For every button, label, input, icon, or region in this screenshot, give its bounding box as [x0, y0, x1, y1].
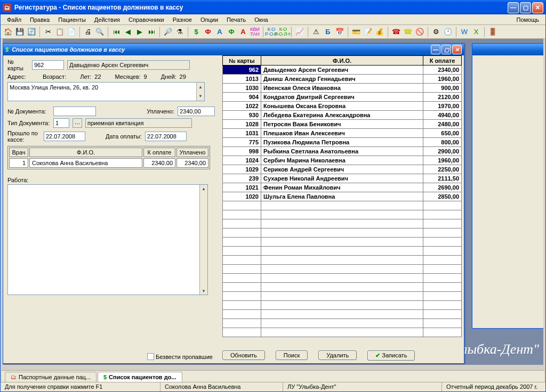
menu-file[interactable]: Файл [3, 15, 26, 24]
paid-input[interactable] [178, 107, 215, 116]
menu-options[interactable]: Опции [196, 15, 222, 24]
tb-filter-icon[interactable]: ⚗ [174, 27, 185, 37]
tb-refresh-icon[interactable]: 🔄 [26, 27, 37, 37]
table-row[interactable]: 1020Шульга Елена Павловна2850,00 [223, 192, 462, 201]
dt-hdr-due[interactable]: К оплате [143, 148, 175, 157]
table-row[interactable]: 904Кондратов Дмитрий Сергеевич2120,00 [223, 93, 462, 102]
tb-clock-icon[interactable]: 🕐 [443, 27, 453, 37]
tb-word-icon[interactable]: W [459, 27, 470, 37]
missing-checkbox[interactable]: Безвести пропавшие [147, 353, 213, 360]
tb-excel-icon[interactable]: X [471, 27, 481, 37]
maximize-button[interactable]: ▢ [520, 2, 531, 13]
table-row[interactable] [223, 319, 462, 328]
child-minimize-button[interactable]: — [431, 45, 440, 54]
tb-form-icon[interactable]: 📝 [363, 27, 373, 37]
table-row[interactable]: 1030Ивенская Олеся Ивановна900,00 [223, 84, 462, 93]
card-no-input[interactable] [32, 60, 64, 70]
child-maximize-button[interactable]: ▢ [441, 45, 451, 54]
tb-last-icon[interactable]: ⏭ [146, 27, 157, 37]
table-row[interactable] [223, 256, 462, 265]
tb-telyel-icon[interactable]: ☎ [403, 27, 413, 37]
work-textarea[interactable]: ▲▼ [7, 184, 208, 295]
table-row[interactable]: 1013Даниш Александр Геннадьевич1960,00 [223, 75, 462, 84]
table-row[interactable]: 1022Конышева Оксана Егоровна1970,00 [223, 102, 462, 111]
table-row[interactable] [223, 201, 462, 210]
tb-first-icon[interactable]: ⏮ [111, 27, 122, 37]
table-row[interactable] [223, 328, 462, 337]
tb-preview-icon[interactable]: 🔍 [94, 27, 105, 37]
tb-cash-icon[interactable]: 💰 [374, 27, 385, 37]
tb-exit-icon[interactable]: 🚪 [487, 27, 498, 37]
table-row[interactable]: 930Лебедева Екатерина Александровна4940,… [223, 111, 462, 120]
close-button[interactable]: ✕ [532, 2, 543, 13]
tab-debtors[interactable]: $ Список пациентов до... [98, 372, 182, 382]
tb-chart-icon[interactable]: 📈 [294, 27, 305, 37]
tb-paste-icon[interactable]: 📄 [66, 27, 77, 37]
tb-gear-icon[interactable]: ⚙ [431, 27, 441, 37]
elapsed-date-input[interactable] [44, 132, 85, 141]
tb-next-icon[interactable]: ▶ [134, 27, 145, 37]
table-row[interactable] [223, 238, 462, 247]
child-close-button[interactable]: ✕ [452, 45, 462, 54]
grid-hdr-fio[interactable]: Ф.И.О. [261, 56, 423, 66]
table-row[interactable]: 962Давыденко Арсен Сергеевич2340,00 [223, 66, 462, 75]
table-row[interactable]: 1 Соколова Анна Васильевна 2340.00 2340,… [9, 158, 208, 168]
child-titlebar[interactable]: $ Список пациентов должников в кассу — ▢… [3, 44, 464, 55]
tb-noentry-icon[interactable]: 🚫 [414, 27, 425, 37]
checkbox-icon[interactable] [147, 353, 154, 360]
table-row[interactable]: 1024Сербич Марина Николаевна1960,00 [223, 156, 462, 165]
tb-cut-icon[interactable]: ✂ [43, 27, 53, 37]
tb-kvitan-icon[interactable]: КВИТАН [250, 27, 260, 37]
table-row[interactable]: 1031Плешаков Иван Алексеевич650,00 [223, 129, 462, 138]
tb-a-icon[interactable]: А [214, 27, 225, 37]
menu-edit[interactable]: Правка [26, 15, 54, 24]
table-row[interactable] [223, 219, 462, 228]
tb-f2-icon[interactable]: Ф [226, 27, 237, 37]
doc-no-input[interactable] [53, 107, 96, 116]
table-row[interactable]: 239Сухарев Николай Андреевич2111,50 [223, 174, 462, 183]
refresh-button[interactable]: Обновить [222, 350, 265, 360]
table-row[interactable] [223, 247, 462, 256]
table-row[interactable] [223, 274, 462, 283]
tab-passport[interactable]: 🗂 Паспортные данные пац... [5, 372, 97, 382]
table-row[interactable]: 1021Фенин Роман Михайлович2690,00 [223, 183, 462, 192]
patients-grid[interactable]: № карты Ф.И.О. К оплате 962Давыденко Арс… [222, 55, 462, 337]
menu-help[interactable]: Помощь [512, 15, 544, 24]
table-row[interactable] [223, 310, 462, 319]
tb-a2-icon[interactable]: А [238, 27, 248, 37]
address-box[interactable]: Москва Улица Ленина, 26, кв. 20 ▲▼ [7, 82, 205, 101]
tb-home-icon[interactable]: 🏠 [3, 27, 13, 37]
table-row[interactable]: 1029Сериков Андрей Сергеевич2250,00 [223, 165, 462, 174]
grid-hdr-card[interactable]: № карты [223, 56, 261, 66]
grid-hdr-due[interactable]: К оплате [423, 56, 462, 66]
save-button[interactable]: Записать [367, 350, 415, 361]
table-row[interactable]: 998Рыбкина Светлана Анатольевна2900,00 [223, 147, 462, 156]
tb-copy-icon[interactable]: 📋 [54, 27, 65, 37]
bg-titlebar[interactable]: — ▢ ✕ [472, 44, 543, 55]
pay-date-input[interactable] [145, 132, 187, 141]
address-scroll[interactable]: ▲▼ [196, 83, 204, 101]
menu-patients[interactable]: Пациенты [54, 15, 90, 24]
tb-card-icon[interactable]: 💳 [351, 27, 362, 37]
tb-dollar-icon[interactable]: $ [191, 27, 202, 37]
tb-warn-icon[interactable]: ⚠ [311, 27, 322, 37]
table-row[interactable] [223, 283, 462, 292]
table-row[interactable] [223, 228, 462, 238]
menu-misc[interactable]: Разное [168, 15, 196, 24]
table-row[interactable]: 1028Петросян Важа Беникович2480,00 [223, 120, 462, 129]
menu-actions[interactable]: Действия [90, 15, 124, 24]
search-button[interactable]: Поиск [276, 350, 308, 360]
main-titlebar[interactable]: 🗂 Регистратура - Список пациентов должни… [1, 1, 545, 14]
dt-hdr-fio[interactable]: Ф.И.О. [29, 148, 142, 157]
tb-cal-icon[interactable]: 📅 [334, 27, 345, 37]
doc-type-input[interactable] [53, 118, 69, 128]
tb-prev-icon[interactable]: ◀ [123, 27, 133, 37]
dt-hdr-paid[interactable]: Уплачено [176, 148, 208, 157]
tb-f-icon[interactable]: Ф [203, 27, 213, 37]
doctor-table[interactable]: Врач Ф.И.О. К оплате Уплачено 1 Соколова… [7, 146, 210, 169]
tb-korol2-icon[interactable]: К·ОР·О·Л·Н [278, 27, 288, 37]
minimize-button[interactable]: — [508, 2, 519, 13]
tb-telred-icon[interactable]: ☎ [391, 27, 402, 37]
menu-windows[interactable]: Окна [250, 15, 272, 24]
tb-find-icon[interactable]: 🔎 [163, 27, 173, 37]
